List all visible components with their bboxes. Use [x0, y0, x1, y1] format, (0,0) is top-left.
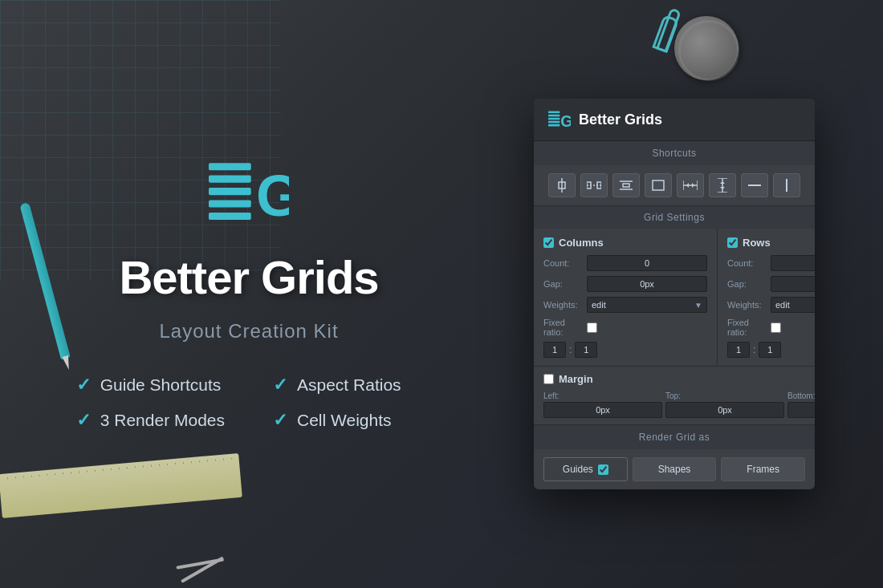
margin-top-input[interactable]	[665, 402, 784, 418]
margin-fields: Left: Top: Bottom: Right:	[543, 391, 805, 418]
feature-label-3: Cell Weights	[297, 411, 392, 430]
svg-marker-29	[720, 181, 725, 184]
rows-count-input[interactable]	[771, 255, 815, 271]
svg-rect-2	[209, 188, 251, 195]
rows-weights-row: Weights: edit ▼	[727, 297, 815, 313]
rows-count-label: Count:	[727, 258, 767, 268]
app-subtitle: Layout Creation Kit	[159, 320, 338, 343]
svg-rect-20	[653, 180, 664, 190]
columns-weights-select[interactable]: edit ▼	[587, 297, 707, 313]
columns-gap-label: Gap:	[543, 279, 584, 289]
right-panel: G Better Grids Shortcuts	[498, 99, 883, 489]
feature-item-0: ✓ Guide Shortcuts	[76, 375, 225, 395]
shortcut-btn-expand-v[interactable]	[709, 173, 736, 197]
margin-left-field: Left:	[543, 391, 662, 418]
shortcut-btn-align-center[interactable]	[548, 173, 576, 197]
margin-checkbox[interactable]	[543, 374, 554, 384]
checkmark-icon-0: ✓	[76, 375, 91, 395]
render-label: Render Grid as	[534, 425, 815, 449]
columns-count-label: Count:	[543, 258, 584, 268]
rows-weights-value: edit	[775, 300, 790, 310]
render-shapes-button[interactable]: Shapes	[633, 457, 717, 481]
rows-ratio-1-input[interactable]	[727, 342, 750, 358]
render-section: Render Grid as Guides Shapes Frames	[534, 424, 815, 489]
columns-weights-value: edit	[592, 300, 606, 310]
columns-checkbox[interactable]	[543, 237, 554, 248]
rows-ratio-colon: :	[753, 344, 755, 355]
render-frames-button[interactable]: Frames	[721, 457, 805, 481]
columns-fixed-ratio-label: Fixed ratio:	[543, 318, 584, 337]
svg-rect-10	[548, 124, 560, 127]
columns-ratio-2-input[interactable]	[575, 342, 597, 358]
rows-fixed-ratio-row: Fixed ratio:	[727, 318, 815, 337]
rows-fixed-ratio-label: Fixed ratio:	[727, 318, 767, 337]
margin-top-field: Top:	[665, 391, 784, 418]
rows-header: Rows	[727, 237, 815, 249]
rows-gap-label: Gap:	[727, 279, 767, 289]
rows-gap-row: Gap:	[727, 276, 815, 292]
plugin-header: G Better Grids	[534, 99, 815, 141]
columns-weights-arrow: ▼	[694, 301, 702, 310]
margin-bottom-field: Bottom:	[787, 391, 815, 418]
rows-weights-select[interactable]: edit ▼	[771, 297, 815, 313]
logo-icon: G	[209, 158, 289, 226]
svg-rect-4	[209, 212, 251, 219]
checkmark-icon-2: ✓	[76, 410, 91, 431]
shortcut-btn-rect[interactable]	[645, 173, 672, 197]
feature-label-1: Aspect Ratios	[297, 375, 401, 395]
columns-gap-input[interactable]	[587, 276, 707, 292]
svg-text:G: G	[256, 163, 289, 226]
columns-weights-label: Weights:	[543, 300, 584, 310]
margin-left-input[interactable]	[543, 402, 662, 418]
render-guides-button[interactable]: Guides	[543, 457, 628, 481]
shortcuts-row	[534, 165, 815, 206]
plugin-window: G Better Grids Shortcuts	[534, 99, 815, 489]
checkmark-icon-1: ✓	[273, 375, 287, 395]
margin-bottom-input[interactable]	[787, 402, 815, 418]
columns-fixed-ratio-checkbox[interactable]	[587, 322, 597, 333]
feature-item-2: ✓ 3 Render Modes	[76, 410, 225, 431]
app-title: Better Grids	[119, 250, 378, 304]
shortcut-btn-minus[interactable]	[741, 173, 768, 197]
margin-section: Margin Left: Top: Bottom:	[534, 366, 815, 424]
svg-rect-3	[209, 200, 251, 207]
margin-left-label: Left:	[543, 391, 662, 400]
rows-label: Rows	[743, 237, 771, 249]
svg-rect-0	[209, 163, 251, 170]
shortcut-btn-distribute-h[interactable]	[580, 173, 608, 197]
svg-marker-25	[692, 183, 694, 188]
render-buttons: Guides Shapes Frames	[534, 449, 815, 489]
rows-count-row: Count:	[727, 255, 815, 271]
shortcut-btn-line-v[interactable]	[773, 173, 800, 197]
logo-container: G	[209, 158, 289, 226]
rows-ratio-inputs: :	[727, 342, 815, 358]
columns-ratio-inputs: :	[543, 342, 707, 358]
shortcut-btn-expand-h[interactable]	[677, 173, 704, 197]
columns-fixed-ratio-row: Fixed ratio:	[543, 318, 707, 337]
columns-count-input[interactable]	[587, 255, 707, 271]
rows-ratio-2-input[interactable]	[759, 342, 781, 358]
rows-fixed-ratio-checkbox[interactable]	[771, 322, 781, 333]
margin-header: Margin	[543, 373, 805, 385]
left-panel: G Better Grids Layout Creation Kit ✓ Gui…	[0, 126, 498, 463]
svg-rect-9	[548, 121, 560, 124]
svg-text:G: G	[560, 112, 571, 129]
rows-weights-label: Weights:	[727, 300, 767, 310]
plugin-logo-icon: G	[548, 110, 571, 129]
margin-label: Margin	[559, 373, 593, 385]
rows-checkbox[interactable]	[727, 237, 738, 248]
plugin-title: Better Grids	[579, 112, 662, 128]
columns-gap-row: Gap:	[543, 276, 707, 292]
svg-marker-30	[720, 187, 725, 189]
main-content: G Better Grids Layout Creation Kit ✓ Gui…	[0, 0, 883, 588]
grid-settings-label: Grid Settings	[534, 206, 815, 229]
features-grid: ✓ Guide Shortcuts ✓ Aspect Ratios ✓ 3 Re…	[76, 375, 422, 431]
rows-gap-input[interactable]	[771, 276, 815, 292]
columns-weights-row: Weights: edit ▼	[543, 297, 707, 313]
columns-ratio-1-input[interactable]	[543, 342, 566, 358]
shortcut-btn-distribute-v[interactable]	[612, 173, 640, 197]
svg-rect-1	[209, 175, 251, 182]
render-guides-checkbox[interactable]	[598, 464, 608, 475]
grid-settings: Grid Settings Columns Count:	[534, 206, 815, 489]
margin-bottom-label: Bottom:	[787, 391, 815, 400]
